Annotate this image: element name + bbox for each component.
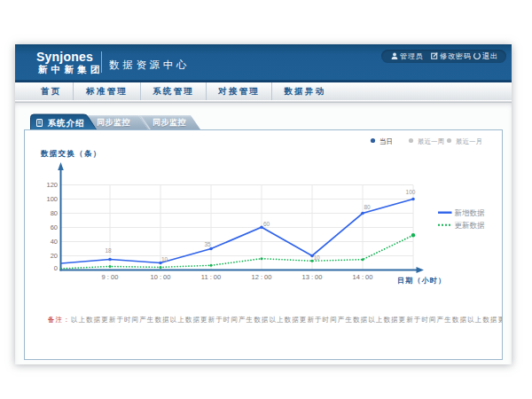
svg-text:数据交换（条）: 数据交换（条） <box>40 149 102 158</box>
svg-text:20: 20 <box>51 252 58 260</box>
svg-text:日期（小时）: 日期（小时） <box>397 277 446 285</box>
svg-text:11 : 00: 11 : 00 <box>201 273 221 281</box>
svg-text:80: 80 <box>51 209 58 217</box>
svg-text:60: 60 <box>263 221 270 227</box>
svg-text:14 : 00: 14 : 00 <box>353 273 373 281</box>
svg-text:120: 120 <box>46 181 58 189</box>
svg-text:最近一周: 最近一周 <box>418 137 444 145</box>
svg-text:0: 0 <box>54 264 58 272</box>
svg-text:80: 80 <box>364 204 371 210</box>
svg-text:60: 60 <box>51 223 58 231</box>
svg-text:10: 10 <box>161 256 168 262</box>
svg-text:40: 40 <box>51 238 58 246</box>
svg-text:更新数据: 更新数据 <box>455 221 486 230</box>
svg-text:100: 100 <box>406 189 416 195</box>
svg-text:新增数据: 新增数据 <box>455 208 486 217</box>
svg-text:10: 10 <box>313 254 320 261</box>
svg-text:最近一月: 最近一月 <box>456 137 482 145</box>
svg-text:当日: 当日 <box>379 137 393 145</box>
svg-text:10 : 00: 10 : 00 <box>151 273 171 281</box>
svg-text:18: 18 <box>105 247 112 254</box>
svg-text:13 : 00: 13 : 00 <box>302 273 323 281</box>
svg-text:9 : 00: 9 : 00 <box>102 273 119 281</box>
svg-text:35: 35 <box>204 241 211 247</box>
svg-text:备注：以上数据更新于时间产生数据以上数据更新于时间产生数据以: 备注：以上数据更新于时间产生数据以上数据更新于时间产生数据以上数据更新于时间产生… <box>48 316 502 324</box>
svg-text:12 : 00: 12 : 00 <box>252 273 272 281</box>
svg-text:100: 100 <box>46 195 58 203</box>
